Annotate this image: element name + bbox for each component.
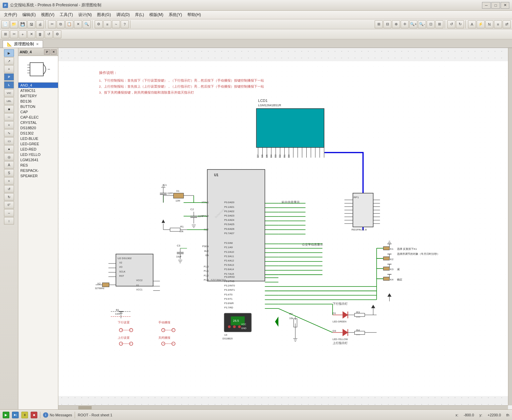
tool-circle[interactable]: ● — [4, 145, 14, 153]
tool-vic[interactable]: VIC — [4, 89, 14, 97]
toolbar-erc[interactable]: ⚡ — [477, 20, 485, 28]
comp-item-at89c51[interactable]: AT89C51 — [18, 88, 58, 93]
toolbar-help[interactable]: ? — [121, 20, 129, 28]
menu-design[interactable]: 设计(N) — [76, 11, 95, 19]
toolbar-grid2[interactable]: ⊟ — [383, 20, 391, 28]
maximize-button[interactable]: □ — [491, 2, 500, 9]
toolbar-netcomp[interactable]: N — [485, 20, 493, 28]
toolbar-paste[interactable]: 📋 — [65, 20, 73, 28]
toolbar-place-comp[interactable]: ⊞ — [1, 30, 9, 38]
tool-mirror-v[interactable]: ↕ — [4, 217, 14, 224]
toolbar-zoom-out[interactable]: 🔍- — [418, 20, 426, 28]
comp-item-res[interactable]: RES — [18, 163, 58, 168]
tool-arc[interactable]: ◎ — [4, 153, 14, 161]
pause-button[interactable]: ⏸ — [21, 412, 28, 418]
tool-symbol[interactable]: S — [4, 169, 14, 177]
menu-file[interactable]: 文件(F) — [1, 11, 20, 19]
tool-redo[interactable]: ↻ — [4, 193, 14, 201]
minimize-button[interactable]: ─ — [482, 2, 491, 9]
toolbar-bus2[interactable]: + — [19, 30, 27, 38]
tool-rect[interactable]: ▭ — [4, 137, 14, 145]
comp-item-led-blue[interactable]: LED-BLUE — [18, 136, 58, 141]
tool-lbl[interactable]: LBL — [4, 97, 14, 105]
comp-item-cap-elec[interactable]: CAP-ELEC — [18, 115, 58, 120]
menu-edit[interactable]: 编辑(E) — [20, 11, 38, 19]
toolbar-bom[interactable]: ≡ — [103, 20, 111, 28]
toolbar-search[interactable]: 🔍 — [83, 20, 91, 28]
menu-help[interactable]: 帮助(H) — [185, 11, 204, 19]
toolbar-macro[interactable]: ⚙ — [53, 30, 61, 38]
comp-item-battery[interactable]: BATTERY — [18, 93, 58, 99]
comp-item-speaker[interactable]: SPEAKER — [18, 173, 58, 179]
toolbar-annotate[interactable]: A — [468, 20, 476, 28]
tool-angle[interactable]: 0° — [4, 201, 14, 209]
stop-button[interactable]: ■ — [31, 412, 37, 418]
tool-wave[interactable]: ∿ — [4, 129, 14, 137]
play-button[interactable]: ▶ — [3, 412, 9, 418]
tool-label[interactable]: P — [4, 73, 14, 81]
toolbar-zoom-in[interactable]: 🔍+ — [409, 20, 417, 28]
tool-line[interactable]: ─ — [4, 113, 14, 121]
close-button[interactable]: ✕ — [501, 2, 509, 9]
comp-item-lgm12641[interactable]: LGM12641 — [18, 157, 58, 163]
toolbar-save-all[interactable]: 🖫 — [27, 20, 35, 28]
toolbar-wire[interactable]: ✂ — [10, 30, 18, 38]
tool-plus[interactable]: + — [4, 121, 14, 129]
toolbar-save[interactable]: 💾 — [19, 20, 27, 28]
comp-item-button[interactable]: BUTTON — [18, 104, 58, 109]
comp-del-button[interactable]: ✕ — [51, 49, 57, 55]
toolbar-delete[interactable]: ✕ — [74, 20, 82, 28]
toolbar-cut[interactable]: ✂ — [48, 20, 56, 28]
comp-item-cap[interactable]: CAP — [18, 109, 58, 115]
toolbar-zoom-sel[interactable]: ⊞ — [435, 20, 443, 28]
tool-junction[interactable]: + — [4, 65, 14, 73]
scrollbar-horizontal[interactable] — [58, 405, 508, 409]
scrollbar-thumb-h[interactable] — [78, 406, 92, 409]
tool-net[interactable]: L — [4, 81, 14, 89]
comp-item-and4[interactable]: AND_4 — [18, 83, 58, 88]
tab-close-icon[interactable]: ✕ — [36, 42, 39, 46]
menu-lib[interactable]: 库(L) — [132, 11, 147, 19]
comp-item-led-red[interactable]: LED-RED — [18, 147, 58, 152]
toolbar-origin[interactable]: ⊕ — [392, 20, 400, 28]
step-button[interactable]: ▶| — [12, 412, 19, 418]
tool-undo[interactable]: ↺ — [4, 185, 14, 193]
toolbar-bus[interactable]: ≡ — [494, 20, 502, 28]
toolbar-open[interactable]: 📁 — [10, 20, 18, 28]
toolbar-prop[interactable]: ⚙ — [95, 20, 103, 28]
comp-item-ds1302[interactable]: DS1302 — [18, 131, 58, 136]
toolbar-new[interactable]: 📄 — [1, 20, 9, 28]
toolbar-pan[interactable]: ✛ — [401, 20, 409, 28]
tab-schematic[interactable]: 📐 原理图绘制 ✕ — [3, 40, 43, 48]
toolbar-convert[interactable]: ⇄ — [503, 20, 511, 28]
toolbar-copy[interactable]: ⧉ — [57, 20, 65, 28]
comp-item-respack[interactable]: RESPACK- — [18, 168, 58, 173]
menu-tools[interactable]: 工具(T) — [57, 11, 75, 19]
tool-text[interactable]: A — [4, 161, 14, 169]
comp-item-ds18b20[interactable]: DS18B20 — [18, 125, 58, 131]
tool-mirror-h[interactable]: ↔ — [4, 209, 14, 216]
menu-graph[interactable]: 图表(G) — [94, 11, 113, 19]
toolbar-del[interactable]: 🗑 — [36, 30, 44, 38]
schematic-canvas-area[interactable]: 操作说明： 1、下行控制报站：首先按下（下行设置按键），（下行指示灯）亮，然后按… — [58, 48, 512, 409]
toolbar-rotate[interactable]: ↺ — [45, 30, 53, 38]
tool-box[interactable]: ■ — [4, 105, 14, 113]
comp-item-led-green[interactable]: LED-GREE — [18, 141, 58, 147]
toolbar-pin[interactable]: ✕ — [27, 30, 35, 38]
comp-item-crystal[interactable]: CRYSTAL — [18, 120, 58, 125]
tool-probe[interactable]: + — [4, 177, 14, 185]
toolbar-redo[interactable]: ↻ — [456, 20, 464, 28]
comp-pick-button[interactable]: P — [44, 49, 50, 55]
comp-item-led-yellow[interactable]: LED-YELLO — [18, 152, 58, 157]
tool-select[interactable]: ▶ — [4, 49, 14, 57]
menu-system[interactable]: 系统(Y) — [166, 11, 185, 19]
menu-view[interactable]: 视图(V) — [38, 11, 57, 19]
toolbar-netlist[interactable]: ~ — [112, 20, 120, 28]
menu-debug[interactable]: 调试(D) — [114, 11, 133, 19]
toolbar-print[interactable]: 🖨 — [36, 20, 44, 28]
toolbar-zoom-fit[interactable]: ⊡ — [427, 20, 435, 28]
menu-template[interactable]: 模版(M) — [147, 11, 166, 19]
scrollbar-vertical[interactable] — [508, 48, 512, 405]
toolbar-grid[interactable]: ⊞ — [375, 20, 383, 28]
comp-item-bd136[interactable]: BD136 — [18, 99, 58, 104]
